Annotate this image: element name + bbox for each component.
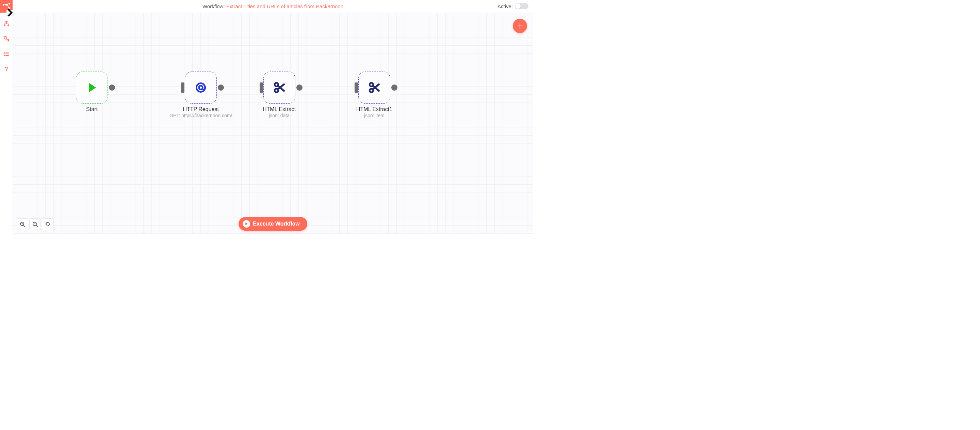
topbar: Workflow: Extract Titles and URLs of art…	[13, 0, 533, 13]
zoom-controls	[17, 218, 53, 230]
svg-rect-6	[8, 25, 9, 26]
play-icon	[86, 80, 98, 95]
scissors-icon	[368, 81, 381, 94]
node-subtitle: json: data	[269, 113, 290, 118]
input-port[interactable]	[181, 82, 185, 93]
scissors-icon	[273, 81, 286, 94]
workflows-icon	[3, 21, 10, 27]
sidebar-item-help[interactable]: ?	[3, 66, 10, 72]
output-port[interactable]	[109, 85, 115, 91]
node-box[interactable]	[185, 72, 217, 104]
node-box[interactable]	[358, 72, 390, 104]
node-box[interactable]	[76, 72, 108, 104]
node-icon	[368, 81, 381, 94]
add-node-button[interactable]	[513, 19, 527, 33]
key-icon	[3, 36, 10, 42]
node-label: HTTP Request	[183, 106, 219, 112]
svg-text:?: ?	[5, 66, 8, 72]
node-icon	[273, 81, 286, 94]
title-prefix: Workflow:	[202, 3, 226, 9]
list-icon	[3, 51, 10, 57]
title-name[interactable]: Extract Titles and URLs of articles from…	[226, 3, 343, 9]
svg-point-15	[197, 83, 205, 92]
svg-point-16	[199, 86, 203, 90]
plus-icon	[517, 22, 523, 29]
node-box[interactable]	[263, 72, 295, 104]
svg-rect-5	[4, 25, 5, 26]
svg-rect-11	[5, 53, 9, 54]
execute-label: Execute Workflow	[253, 221, 300, 227]
sidebar-item-executions[interactable]	[3, 51, 10, 57]
node-http[interactable]: HTTP RequestGET: https://hackernoon.com/	[169, 72, 232, 118]
svg-point-12	[4, 55, 5, 56]
zoom-out-button[interactable]	[29, 218, 41, 230]
workflow-title: Workflow: Extract Titles and URLs of art…	[202, 3, 343, 9]
execute-workflow-button[interactable]: Execute Workflow	[239, 217, 307, 231]
svg-point-8	[4, 52, 5, 53]
output-port[interactable]	[391, 85, 398, 91]
zoom-in-icon	[20, 221, 25, 227]
chevron-right-icon	[6, 8, 13, 17]
expand-sidebar-button[interactable]	[6, 10, 13, 15]
nodes-layer: StartHTTP RequestGET: https://hackernoon…	[13, 13, 533, 234]
play-circle-icon	[243, 220, 250, 228]
output-port[interactable]	[218, 85, 224, 91]
reset-icon	[45, 221, 50, 227]
question-icon: ?	[4, 66, 9, 72]
active-label: Active:	[498, 3, 513, 9]
sidebar-item-credentials[interactable]	[3, 36, 10, 42]
active-toggle-wrap: Active:	[498, 3, 528, 9]
node-icon	[86, 81, 98, 94]
node-icon	[194, 81, 207, 94]
svg-rect-9	[5, 52, 9, 53]
svg-rect-4	[5, 21, 8, 22]
output-port[interactable]	[296, 85, 302, 91]
svg-point-10	[4, 53, 5, 54]
active-toggle[interactable]	[515, 3, 528, 9]
input-port[interactable]	[259, 82, 263, 93]
logo[interactable]	[0, 0, 13, 13]
node-start[interactable]: Start	[76, 72, 108, 112]
sidebar-item-workflows[interactable]	[3, 21, 10, 27]
svg-rect-13	[5, 55, 9, 56]
zoom-in-button[interactable]	[17, 218, 28, 230]
reset-zoom-button[interactable]	[42, 218, 53, 230]
sidebar: ?	[0, 0, 13, 234]
node-label: Start	[86, 106, 98, 112]
at-icon	[194, 80, 207, 95]
canvas[interactable]: StartHTTP RequestGET: https://hackernoon…	[13, 13, 533, 234]
node-subtitle: json: item	[364, 113, 385, 118]
node-label: HTML Extract	[263, 106, 296, 112]
zoom-out-icon	[32, 221, 38, 227]
node-label: HTML Extract1	[356, 106, 392, 112]
input-port[interactable]	[355, 82, 358, 93]
node-extract2[interactable]: HTML Extract1json: item	[356, 72, 392, 118]
node-extract1[interactable]: HTML Extractjson: data	[263, 72, 296, 118]
node-subtitle: GET: https://hackernoon.com/	[169, 113, 232, 118]
